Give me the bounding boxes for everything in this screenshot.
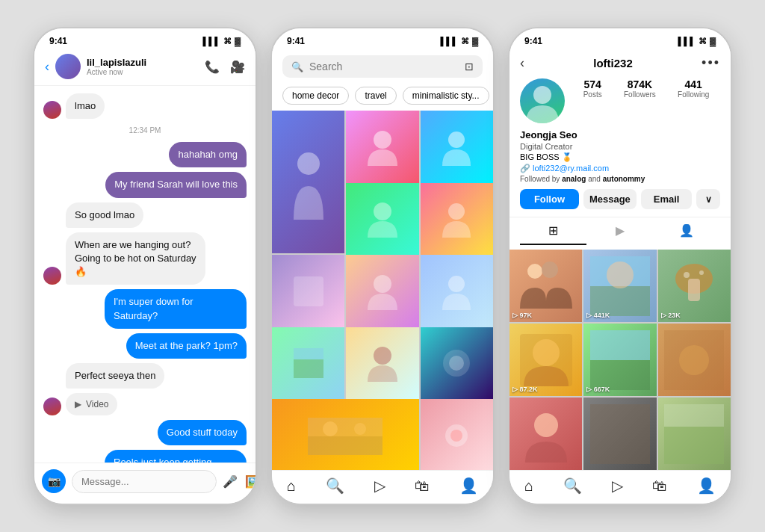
nav-search[interactable]: 🔍: [326, 477, 344, 495]
svg-rect-26: [688, 279, 700, 301]
grid-item[interactable]: [421, 183, 493, 256]
grid-item[interactable]: [346, 255, 418, 327]
grid-item[interactable]: [272, 399, 419, 470]
svg-point-19: [533, 86, 551, 104]
wifi-icon: ⌘: [223, 37, 232, 46]
input-action-icons: 🎤 🖼️ ☺: [223, 474, 257, 489]
followers-count: 874K: [624, 78, 656, 90]
grid-item[interactable]: [272, 111, 344, 253]
profile-followed-by: Followed by analog and autonommy: [520, 175, 720, 183]
email-button[interactable]: Email: [641, 189, 692, 209]
message-row: My friend Sarah will love this: [43, 172, 247, 197]
svg-rect-38: [664, 404, 724, 427]
video-call-icon[interactable]: 🎥: [230, 60, 245, 74]
more-options-button[interactable]: •••: [701, 55, 720, 71]
view-count: ▷ 441K: [586, 312, 610, 319]
svg-point-21: [542, 262, 558, 278]
nav-profile[interactable]: 👤: [697, 477, 716, 495]
message-bubble: Meet at the park? 1pm?: [126, 333, 247, 359]
message-bubble: I'm super down for Saturday?: [105, 289, 247, 328]
profile-grid-item[interactable]: ▷ 87.2K: [510, 324, 582, 396]
nav-reels[interactable]: ▷: [612, 477, 623, 495]
camera-button[interactable]: 📷: [42, 469, 66, 493]
contact-name: lil_lapislazuli: [87, 57, 199, 68]
profile-grid-item[interactable]: ▷ 23K: [658, 250, 731, 322]
explore-grid: [272, 111, 493, 470]
chip-minimalistic[interactable]: minimalistic sty...: [403, 87, 489, 105]
nav-shop[interactable]: 🛍: [415, 477, 430, 495]
signal-icon: ▌▌▌: [441, 37, 458, 46]
followers-label: Followers: [624, 90, 656, 99]
view-count: ▷ 97K: [512, 312, 532, 319]
stat-posts: 574 Posts: [583, 78, 602, 99]
more-button[interactable]: ∨: [696, 189, 720, 209]
tab-tagged[interactable]: 👤: [654, 217, 720, 245]
profile-grid: ▷ 97K ▷ 441K: [510, 250, 731, 470]
nav-shop[interactable]: 🛍: [652, 477, 667, 495]
bottom-nav-2: ⌂ 🔍 ▷ 🛍 👤: [272, 470, 493, 504]
svg-point-10: [374, 347, 391, 365]
follow-button[interactable]: Follow: [520, 189, 579, 209]
search-input[interactable]: [309, 61, 459, 72]
grid-item[interactable]: [421, 255, 493, 327]
svg-rect-8: [294, 359, 323, 378]
image-icon[interactable]: 🖼️: [245, 474, 257, 489]
signal-icon: ▌▌▌: [203, 37, 220, 46]
nav-reels[interactable]: ▷: [374, 477, 385, 495]
message-row: lmao: [43, 93, 247, 119]
grid-item[interactable]: [346, 327, 418, 400]
wifi-icon: ⌘: [461, 37, 469, 46]
svg-point-0: [297, 152, 320, 175]
following-label: Following: [678, 90, 709, 99]
message-bubble: My friend Sarah will love this: [105, 172, 247, 197]
qr-icon[interactable]: ⊡: [465, 61, 474, 72]
tab-reels[interactable]: ▶: [586, 217, 653, 245]
nav-search[interactable]: 🔍: [563, 477, 582, 495]
tab-grid[interactable]: ⊞: [520, 217, 586, 245]
message-bubble: Good stuff today: [158, 420, 247, 445]
profile-grid-item[interactable]: ▷ 441K: [583, 250, 656, 322]
profile-grid-item[interactable]: [658, 324, 731, 396]
call-icon[interactable]: 📞: [205, 60, 220, 74]
mic-icon[interactable]: 🎤: [223, 474, 238, 489]
chip-travel[interactable]: travel: [355, 87, 396, 105]
svg-rect-9: [294, 348, 323, 359]
profile-grid-item[interactable]: ▷ 97K: [510, 250, 582, 322]
grid-item[interactable]: [272, 327, 344, 400]
profile-grid-item[interactable]: [583, 398, 656, 470]
profile-email[interactable]: 🔗 lofti232@ry.mail.com: [520, 164, 720, 173]
profile-grid-item[interactable]: [658, 398, 731, 470]
video-message[interactable]: ▶ Video: [66, 393, 117, 415]
nav-home[interactable]: ⌂: [287, 477, 296, 495]
chip-home-decor[interactable]: home decor: [282, 87, 349, 105]
nav-home[interactable]: ⌂: [524, 477, 533, 495]
nav-profile[interactable]: 👤: [459, 477, 478, 495]
message-row: Perfect seeya then: [43, 363, 247, 389]
posts-count: 574: [583, 78, 602, 90]
chip-list: home decor travel minimalistic sty...: [272, 82, 493, 111]
svg-point-16: [354, 423, 366, 435]
following-count: 441: [678, 78, 709, 90]
message-row: I'm super down for Saturday?: [43, 289, 247, 328]
grid-item[interactable]: [421, 111, 493, 183]
message-input[interactable]: [72, 470, 217, 493]
message-bubble: Reels just keep getting better: [105, 450, 247, 463]
back-button[interactable]: ‹: [520, 55, 524, 71]
grid-item[interactable]: [346, 111, 418, 183]
profile-grid-item[interactable]: [510, 398, 582, 470]
grid-item[interactable]: [272, 255, 344, 327]
avatar-spacer: [43, 371, 61, 389]
grid-item[interactable]: [346, 183, 418, 256]
svg-point-24: [607, 262, 634, 288]
battery-icon: ▓: [710, 37, 716, 46]
back-button[interactable]: ‹: [45, 59, 49, 75]
message-bubble: When are we hanging out?Going to be hot …: [66, 232, 205, 285]
battery-icon: ▓: [235, 37, 241, 46]
search-icon: 🔍: [291, 61, 303, 72]
message-button[interactable]: Message: [583, 189, 637, 209]
grid-item[interactable]: [421, 399, 493, 470]
message-row: hahahah omg: [43, 142, 247, 167]
profile-grid-item[interactable]: ▷ 667K: [583, 324, 656, 396]
message-bubble: hahahah omg: [169, 142, 247, 167]
grid-item[interactable]: [421, 327, 493, 400]
